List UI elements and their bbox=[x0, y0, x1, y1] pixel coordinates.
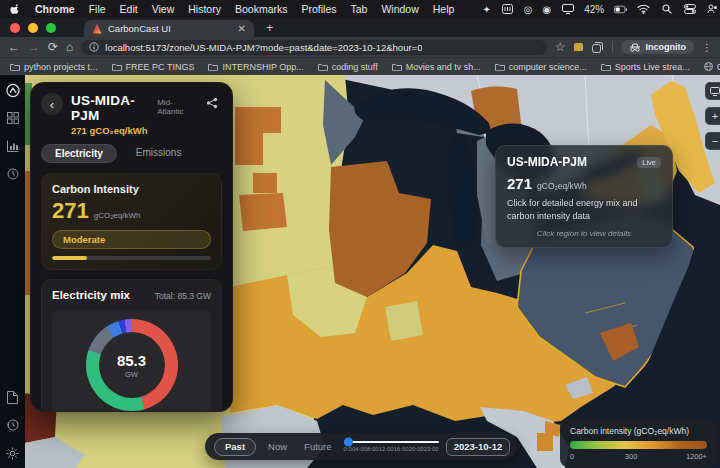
bookmark-folder[interactable]: INTERNSHIP Opp... bbox=[208, 62, 303, 72]
bookmarks-bar: python projects t... FREE PC TINGS INTER… bbox=[0, 57, 720, 75]
carboncast-app: + − ‹ US bbox=[0, 75, 720, 468]
legend-max: 1200+ bbox=[686, 452, 707, 461]
extension-icon[interactable] bbox=[574, 43, 583, 51]
share-button[interactable] bbox=[202, 93, 222, 113]
sparkle-icon[interactable]: ✦ bbox=[482, 4, 490, 15]
theme-sun-icon[interactable] bbox=[6, 446, 20, 460]
site-info-icon[interactable] bbox=[89, 42, 99, 52]
menu-item-history[interactable]: History bbox=[188, 3, 221, 15]
tab-favicon bbox=[92, 24, 102, 34]
tab-electricity[interactable]: Electricity bbox=[41, 144, 117, 163]
tooltip-description: Click for detailed energy mix and carbon… bbox=[507, 197, 661, 222]
spotlight-search-icon[interactable] bbox=[660, 3, 673, 15]
app-logo-icon[interactable] bbox=[6, 83, 20, 97]
folder-icon bbox=[392, 63, 402, 71]
tab-emissions[interactable]: Emissions bbox=[123, 144, 195, 163]
zone-detail-panel: ‹ US-MIDA-PJM Mid-Atlantic 271 gCO₂eq/kW… bbox=[30, 82, 233, 412]
menu-item-help[interactable]: Help bbox=[433, 3, 455, 15]
new-tab-button[interactable]: + bbox=[266, 20, 274, 35]
browser-tab[interactable]: CarbonCast UI ✕ bbox=[84, 20, 254, 37]
incognito-label: Incognito bbox=[646, 42, 687, 52]
bookmark-folder[interactable]: python projects t... bbox=[10, 62, 98, 72]
address-bar[interactable]: localhost:5173/zone/US-MIDA-PJM?mode=pas… bbox=[81, 40, 546, 55]
carbon-intensity-title: Carbon Intensity bbox=[52, 183, 211, 195]
folder-icon bbox=[495, 63, 505, 71]
map-controls: + − bbox=[705, 82, 720, 150]
menu-item-tab[interactable]: Tab bbox=[350, 3, 367, 15]
donut-center-label: 85.3 GW bbox=[52, 309, 211, 412]
wifi-icon[interactable] bbox=[637, 3, 650, 15]
grid-view-icon[interactable] bbox=[6, 111, 20, 125]
window-controls[interactable] bbox=[0, 23, 66, 37]
live-badge: Live bbox=[637, 157, 661, 168]
menu-item-chrome[interactable]: Chrome bbox=[35, 3, 75, 15]
browser-menu-icon[interactable]: ⋮ bbox=[702, 42, 712, 53]
carbon-intensity-card: Carbon Intensity 271 gCO₂eq/kWh Moderate bbox=[41, 173, 222, 270]
history-icon[interactable] bbox=[6, 418, 20, 432]
tooltip-value: 271 bbox=[507, 175, 532, 192]
menu-item-bookmarks[interactable]: Bookmarks bbox=[235, 3, 288, 15]
intensity-progress-track bbox=[52, 256, 211, 260]
slider-thumb[interactable] bbox=[344, 438, 353, 447]
close-window-button[interactable] bbox=[10, 23, 20, 33]
macos-menu-bar: Chrome File Edit View History Bookmarks … bbox=[0, 0, 720, 18]
zoom-out-button[interactable]: − bbox=[705, 132, 720, 150]
battery-percent: 42% bbox=[584, 4, 604, 15]
slider-track[interactable] bbox=[344, 441, 439, 444]
reload-button[interactable]: ⟳ bbox=[48, 41, 58, 53]
date-picker-chip[interactable]: 2023-10-12 bbox=[446, 438, 511, 456]
zoom-window-button[interactable] bbox=[46, 23, 56, 33]
mode-future-button[interactable]: Future bbox=[299, 439, 336, 454]
tab-groups-icon[interactable] bbox=[591, 41, 604, 53]
bookmark-folder[interactable]: Sports Live strea... bbox=[601, 62, 690, 72]
app-status-icon[interactable] bbox=[501, 3, 514, 15]
carbon-intensity-value: 271 bbox=[52, 198, 89, 224]
folder-icon bbox=[318, 63, 328, 71]
zoom-in-button[interactable]: + bbox=[705, 107, 720, 125]
forward-button[interactable]: → bbox=[28, 41, 40, 53]
bookmark-folder[interactable]: computer science... bbox=[495, 62, 587, 72]
carbon-intensity-unit: gCO₂eq/kWh bbox=[94, 211, 141, 220]
tooltip-unit: gCO₂eq/kWh bbox=[537, 181, 587, 191]
menu-item-window[interactable]: Window bbox=[381, 3, 418, 15]
zone-title: US-MIDA-PJM bbox=[71, 93, 152, 123]
menu-item-profiles[interactable]: Profiles bbox=[301, 3, 336, 15]
display-icon[interactable] bbox=[561, 3, 574, 15]
hour-slider[interactable]: 0:004:008:0012:0016:0020:0023:00 bbox=[344, 441, 439, 453]
bar-chart-icon[interactable] bbox=[6, 139, 20, 153]
menu-item-file[interactable]: File bbox=[89, 3, 106, 15]
mode-now-button[interactable]: Now bbox=[263, 439, 292, 454]
bookmark-folder[interactable]: coding stuff bbox=[318, 62, 378, 72]
home-button[interactable]: ⌂ bbox=[66, 41, 73, 53]
folder-icon bbox=[601, 63, 611, 71]
zone-intensity-subtitle: 271 gCO₂eq/kWh bbox=[71, 125, 194, 136]
document-icon[interactable] bbox=[6, 390, 20, 404]
browser-toolbar: ← → ⟳ ⌂ localhost:5173/zone/US-MIDA-PJM?… bbox=[0, 37, 720, 57]
electricity-mix-card: Electricity mix Total: 85.3 GW 85.3 GW N… bbox=[41, 279, 222, 412]
back-button-panel[interactable]: ‹ bbox=[41, 93, 63, 115]
user-switch-icon[interactable] bbox=[706, 3, 719, 15]
record-icon[interactable]: ◎ bbox=[524, 4, 533, 15]
menu-item-view[interactable]: View bbox=[152, 3, 175, 15]
bookmark-folder[interactable]: FREE PC TINGS bbox=[112, 62, 195, 72]
bookmark-folder[interactable]: Movies and tv sh... bbox=[392, 62, 481, 72]
minimize-window-button[interactable] bbox=[28, 23, 38, 33]
incognito-icon bbox=[629, 43, 641, 52]
intensity-level-badge: Moderate bbox=[52, 230, 211, 249]
intensity-progress-fill bbox=[52, 256, 87, 260]
bookmark-link[interactable]: Google Drive bbox=[704, 62, 720, 72]
region-pale-patch[interactable] bbox=[385, 301, 423, 341]
apple-logo-icon[interactable] bbox=[10, 3, 21, 15]
bookmark-star-icon[interactable]: ☆ bbox=[555, 41, 566, 53]
app-dark-icon[interactable]: ◉ bbox=[543, 4, 552, 15]
menu-item-edit[interactable]: Edit bbox=[120, 3, 138, 15]
back-button[interactable]: ← bbox=[8, 41, 20, 53]
tooltip-title: US-MIDA-PJM bbox=[507, 155, 587, 169]
tab-close-icon[interactable]: ✕ bbox=[238, 23, 246, 34]
mode-past-button[interactable]: Past bbox=[214, 438, 256, 456]
legend-min: 0 bbox=[570, 452, 574, 461]
control-center-icon[interactable] bbox=[683, 3, 696, 15]
clock-icon[interactable] bbox=[6, 167, 20, 181]
map-style-button[interactable] bbox=[705, 82, 720, 100]
tab-title: CarbonCast UI bbox=[108, 23, 232, 34]
